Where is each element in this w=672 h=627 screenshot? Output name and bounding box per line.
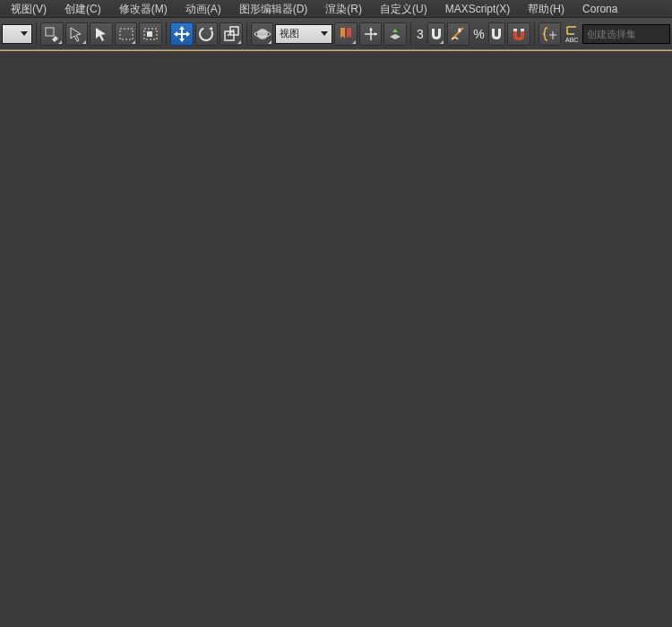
- angle-snap-icon: [449, 25, 467, 43]
- menu-animation[interactable]: 动画(A): [177, 0, 230, 18]
- separator: [534, 22, 535, 46]
- flyout-indicator-icon: [237, 40, 241, 44]
- menubar: 视图(V) 创建(C) 修改器(M) 动画(A) 图形编辑器(D) 渲染(R) …: [0, 0, 672, 18]
- svg-text:ABC: ABC: [565, 37, 578, 43]
- percent-symbol: %: [471, 27, 486, 41]
- edit-named-selection-button[interactable]: [538, 22, 562, 46]
- chevron-down-icon: [321, 31, 328, 36]
- magnet-color-icon: [511, 26, 527, 42]
- reference-coord-label: 视图: [280, 27, 299, 40]
- rotate-icon: [197, 25, 215, 43]
- menu-modifiers[interactable]: 修改器(M): [110, 0, 177, 18]
- angle-snap-button[interactable]: [447, 22, 470, 46]
- flyout-indicator-icon: [352, 40, 356, 44]
- flyout-indicator-icon: [440, 40, 444, 44]
- move-button[interactable]: [170, 22, 194, 46]
- flyout-indicator-icon: [82, 40, 86, 44]
- menu-customize[interactable]: 自定义(U): [371, 0, 436, 18]
- svg-rect-3: [147, 31, 152, 37]
- svg-rect-0: [46, 28, 54, 36]
- separator: [246, 22, 247, 46]
- menu-help[interactable]: 帮助(H): [519, 0, 573, 18]
- named-selection-set-input[interactable]: [582, 24, 670, 44]
- select-button[interactable]: [90, 22, 113, 46]
- separator: [410, 22, 411, 46]
- menu-view[interactable]: 视图(V): [2, 0, 56, 18]
- svg-rect-10: [521, 29, 524, 31]
- svg-rect-9: [513, 29, 517, 31]
- mirror-abc-icon: ABC: [564, 25, 580, 43]
- snap-spinner-value: 3: [415, 27, 426, 41]
- align-button[interactable]: [334, 22, 358, 46]
- percent-snap-button[interactable]: [488, 22, 506, 46]
- use-pivot-center-button[interactable]: [251, 22, 274, 46]
- svg-point-4: [200, 28, 212, 40]
- svg-point-7: [257, 29, 268, 39]
- scale-button[interactable]: [220, 22, 243, 46]
- chevron-down-icon: [21, 31, 28, 36]
- rectangular-region-button[interactable]: [115, 22, 138, 46]
- spinner-snap-button[interactable]: [507, 22, 530, 46]
- svg-rect-5: [225, 31, 234, 40]
- layers-button[interactable]: [383, 22, 407, 46]
- cursor-fill-icon: [93, 26, 109, 42]
- selection-filter-dropdown[interactable]: [2, 24, 32, 44]
- marquee-window-icon: [142, 26, 159, 42]
- curly-brace-icon: [542, 26, 558, 42]
- separator: [166, 22, 167, 46]
- mirror-button[interactable]: ABC: [563, 22, 581, 46]
- move-icon: [173, 25, 191, 43]
- flyout-indicator-icon: [268, 40, 271, 44]
- snap-toggle-button[interactable]: [427, 22, 445, 46]
- menu-corona[interactable]: Corona: [573, 0, 626, 18]
- select-by-name-button[interactable]: [65, 22, 89, 46]
- menu-create[interactable]: 创建(C): [56, 0, 110, 18]
- axis-cross-icon: [363, 26, 379, 42]
- rotate-button[interactable]: [195, 22, 219, 46]
- menu-maxscript[interactable]: MAXScript(X): [436, 0, 520, 18]
- select-object-button[interactable]: [40, 22, 64, 46]
- viewport[interactable]: [0, 51, 672, 627]
- flyout-indicator-icon: [132, 40, 135, 44]
- flyout-indicator-icon: [58, 40, 62, 44]
- layers-up-icon: [387, 26, 403, 42]
- svg-rect-1: [120, 29, 133, 39]
- main-toolbar: 视图 3: [0, 18, 672, 50]
- window-crossing-button[interactable]: [139, 22, 162, 46]
- menu-rendering[interactable]: 渲染(R): [316, 0, 371, 18]
- magnet-icon: [489, 26, 504, 42]
- axis-constraints-button[interactable]: [359, 22, 383, 46]
- menu-graph-editors[interactable]: 图形编辑器(D): [230, 0, 317, 18]
- separator: [36, 22, 37, 46]
- reference-coord-dropdown[interactable]: 视图: [275, 24, 332, 44]
